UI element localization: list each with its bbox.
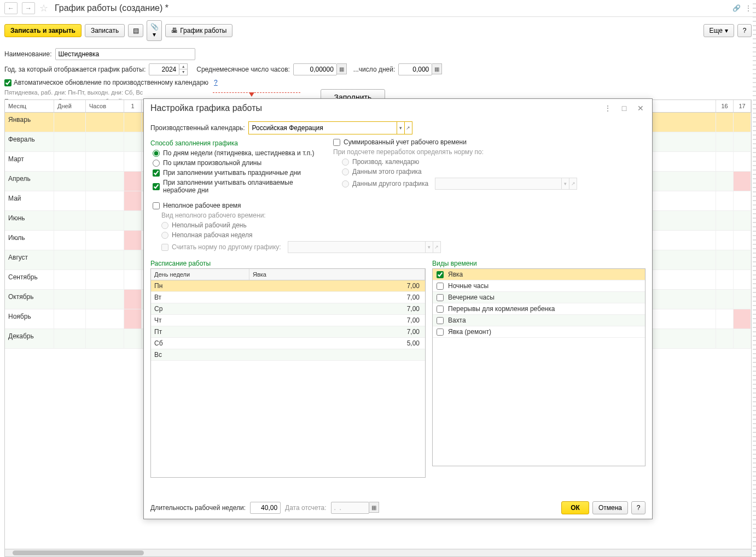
norm-cal-row: Производ. календарю (331, 157, 645, 167)
list-item[interactable]: Вечерние часы (433, 292, 645, 303)
calc-icon[interactable]: ▦ (337, 63, 347, 74)
forward-button[interactable]: → (22, 2, 35, 14)
norm-other-select: ▾↗ (435, 178, 577, 190)
page-title: График работы (создание) * (53, 3, 728, 13)
attach-button[interactable]: 📎▾ (147, 20, 162, 41)
col-17[interactable]: 17 (734, 100, 751, 112)
cancel-button[interactable]: Отмена (592, 501, 628, 514)
table-row[interactable]: Чт7,00 (151, 315, 425, 326)
partial-day-radio (161, 222, 168, 229)
chk-norm-other (161, 244, 168, 251)
calc-icon-2[interactable]: ▦ (432, 63, 442, 74)
list-icon-button[interactable]: ▤ (128, 24, 143, 37)
dialog-footer: Длительность рабочей недели: Дата отсчет… (144, 497, 652, 519)
help-link-icon[interactable]: ? (214, 79, 218, 86)
chk-summed[interactable] (333, 139, 340, 146)
avg-days-input[interactable] (398, 63, 432, 75)
avg-hours-label: Среднемесячное число часов: (196, 66, 290, 73)
norm-cal-radio (342, 159, 349, 166)
table-row[interactable]: Вс (151, 349, 425, 361)
dialog-close-icon[interactable]: ✕ (636, 104, 645, 113)
favorite-icon[interactable]: ☆ (39, 2, 48, 14)
save-close-button[interactable]: Записать и закрыть (4, 24, 82, 37)
calendar-input-wrap: ▾ ↗ (248, 121, 412, 134)
norm-this-radio (342, 168, 349, 175)
help-button[interactable]: ? (737, 24, 752, 37)
calendar-input[interactable] (249, 122, 397, 134)
list-item[interactable]: Явка (ремонт) (433, 326, 645, 338)
list-item[interactable]: Ночные часы (433, 280, 645, 292)
year-input[interactable] (149, 63, 179, 75)
col-hours[interactable]: Часов (86, 100, 124, 112)
chk-partial[interactable] (153, 202, 160, 209)
norm-other-radio (342, 180, 349, 187)
table-row[interactable]: Вт7,00 (151, 292, 425, 303)
norm-other-graph-select: ▾↗ (288, 241, 441, 253)
schedule-table: День неделиЯвка Пн7,00Вт7,00Ср7,00Чт7,00… (150, 268, 426, 478)
more-button[interactable]: Еще ▾ (703, 24, 734, 37)
h-scrollbar[interactable] (5, 549, 751, 556)
week-len-label: Длительность рабочей недели: (150, 504, 246, 512)
chk-holidays-row[interactable]: При заполнении учитывать праздничные дни (150, 168, 315, 178)
opt-cycle-row[interactable]: По циклам произвольной длины (150, 158, 315, 168)
partial-week-row: Неполная рабочая неделя (150, 230, 645, 240)
schedule-header: Расписание работы (150, 257, 426, 268)
list-item[interactable]: Вахта (433, 315, 645, 326)
dialog-menu-icon[interactable]: ⋮ (603, 104, 613, 113)
dialog-help-button[interactable]: ? (631, 501, 645, 514)
titlebar: ← → ☆ График работы (создание) * 🔗 ⋮ (0, 0, 756, 17)
col-day[interactable]: День недели (151, 269, 249, 280)
calendar-label: Производственный календарь: (150, 124, 245, 132)
opt-week-radio[interactable] (153, 150, 160, 157)
link-icon[interactable]: 🔗 (732, 4, 741, 12)
print-schedule-button[interactable]: 🖶 График работы (165, 24, 232, 37)
start-date-label: Дата отсчета: (285, 504, 326, 512)
kebab-icon[interactable]: ⋮ (745, 4, 752, 12)
ok-button[interactable]: ОК (561, 501, 589, 514)
chk-paid-row[interactable]: При заполнении учитывать оплачиваемые не… (150, 178, 315, 195)
chk-holidays[interactable] (153, 169, 160, 177)
norm-label: При подсчете переработок определять норм… (331, 147, 645, 157)
fill-method-header: Способ заполнения графика (150, 137, 315, 148)
col-month[interactable]: Месяц (5, 100, 54, 112)
start-date-input (331, 502, 369, 514)
avg-hours-input[interactable] (293, 63, 337, 75)
table-row[interactable]: Пн7,00 (151, 280, 425, 292)
list-item[interactable]: Перерывы для кормления ребенка (433, 303, 645, 315)
list-item[interactable]: Явка (433, 269, 645, 280)
save-button[interactable]: Записать (85, 24, 125, 37)
torn-edge (753, 0, 756, 557)
partial-kind-label: Вид неполного рабочего времени: (150, 210, 645, 220)
dialog-title: Настройка графика работы (150, 103, 603, 113)
calendar-open-icon[interactable]: ↗ (404, 122, 412, 134)
week-len-input[interactable] (250, 502, 281, 514)
year-spinner[interactable]: ▲▼ (179, 63, 188, 75)
time-types-header: Виды времени (432, 257, 645, 268)
norm-this-row: Данным этого графика (331, 167, 645, 177)
opt-cycle-radio[interactable] (153, 160, 160, 167)
auto-update-checkbox[interactable] (4, 79, 11, 86)
dialog-maximize-icon[interactable]: □ (619, 104, 629, 113)
col-16[interactable]: 16 (716, 100, 734, 112)
calendar-dropdown-icon[interactable]: ▾ (397, 122, 404, 134)
chk-paid[interactable] (153, 183, 160, 190)
norm-other-row: Данным другого графика ▾↗ (331, 177, 645, 191)
auto-update-label: Автоматическое обновление по производств… (14, 79, 208, 86)
col-attendance[interactable]: Явка (249, 269, 425, 280)
chk-partial-row[interactable]: Неполное рабочее время (150, 201, 645, 210)
partial-week-radio (161, 232, 168, 239)
chk-summed-row[interactable]: Суммированный учет рабочего времени (331, 137, 645, 147)
name-input[interactable] (55, 48, 195, 60)
calendar-icon: ▦ (369, 502, 379, 513)
opt-week-row[interactable]: По дням недели (пятидневка, шестидневка … (150, 148, 315, 158)
table-row[interactable]: Ср7,00 (151, 303, 425, 315)
col-days[interactable]: Дней (54, 100, 86, 112)
info-line-1: Пятидневка, раб. дни: Пн-Пт, выходн. дни… (4, 88, 163, 97)
col-1[interactable]: 1 (124, 100, 142, 112)
table-row[interactable]: Сб5,00 (151, 338, 425, 349)
table-row[interactable]: Пт7,00 (151, 326, 425, 338)
time-types-table: ЯвкаНочные часыВечерние часыПерерывы для… (432, 268, 645, 466)
avg-days-label: ...число дней: (353, 66, 395, 73)
toolbar: Записать и закрыть Записать ▤ 📎▾ 🖶 Графи… (0, 17, 756, 44)
back-button[interactable]: ← (4, 2, 18, 14)
